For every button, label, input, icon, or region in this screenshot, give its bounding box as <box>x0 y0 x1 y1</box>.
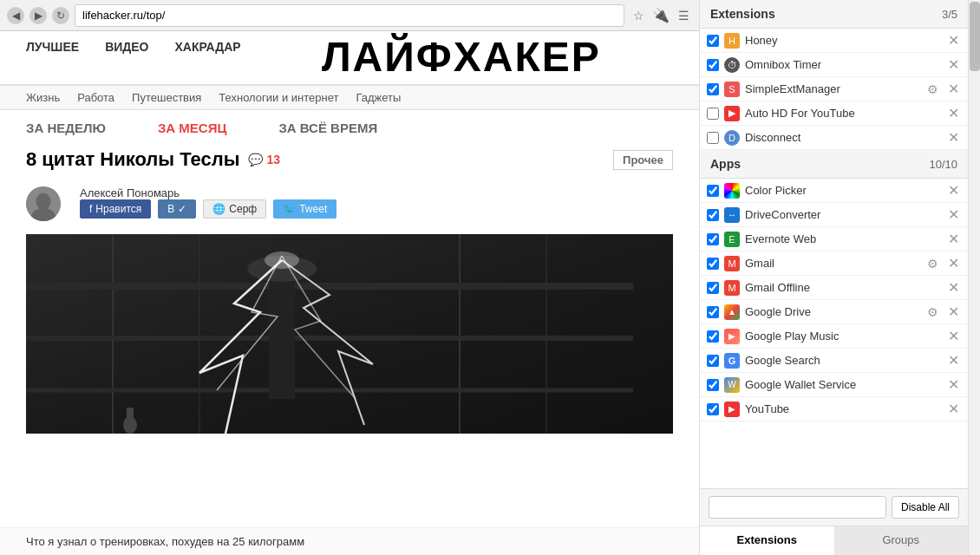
ext-checkbox-honey[interactable] <box>707 35 719 47</box>
ext-remove-evernote[interactable]: ✕ <box>945 231 961 247</box>
ext-checkbox-disconnect[interactable] <box>707 132 719 144</box>
nav-video[interactable]: ВИДЕО <box>105 40 148 54</box>
ext-item-googleplay: ▶ Google Play Music ✕ <box>700 324 968 349</box>
ext-remove-colorpicker[interactable]: ✕ <box>945 182 961 199</box>
svg-rect-12 <box>269 269 295 399</box>
address-bar[interactable] <box>75 4 624 27</box>
article-title: 8 цитат Николы Теслы 💬 13 Прочее <box>26 148 673 171</box>
ext-checkbox-googleplay[interactable] <box>707 330 719 343</box>
ext-item-colorpicker: Color Picker ✕ <box>700 179 968 203</box>
ext-icon-googledrive: ▲ <box>724 304 740 320</box>
back-button[interactable]: ◀ <box>7 7 24 24</box>
ext-icon-honey: H <box>724 33 740 49</box>
ext-checkbox-omnibox[interactable] <box>707 59 719 71</box>
vk-button[interactable]: В ✓ <box>158 199 196 219</box>
serf-button[interactable]: 🌐Серф <box>203 199 266 219</box>
ext-checkbox-googlewallet[interactable] <box>707 379 719 391</box>
extension-icon[interactable]: 🔌 <box>652 7 670 24</box>
subnav-tech[interactable]: Технологии и интернет <box>219 91 338 104</box>
nav-luchshee[interactable]: ЛУЧШЕЕ <box>26 40 79 54</box>
ext-item-gmailoffline: M Gmail Offline ✕ <box>700 276 968 300</box>
forward-button[interactable]: ▶ <box>29 7 47 24</box>
period-alltime[interactable]: ЗА ВСЁ ВРЕМЯ <box>278 121 377 135</box>
svg-point-14 <box>265 251 299 269</box>
ext-checkbox-colorpicker[interactable] <box>707 185 719 197</box>
refresh-button[interactable]: ↻ <box>52 7 69 24</box>
ext-icon-youtube: ▶ <box>724 402 740 417</box>
ext-gear-simple[interactable]: ⚙ <box>924 82 940 96</box>
comment-icon: 💬 <box>248 153 263 166</box>
extensions-section-header: Extensions 3/5 <box>700 0 968 29</box>
period-week[interactable]: ЗА НЕДЕЛЮ <box>26 121 106 135</box>
ext-name-evernote: Evernote Web <box>745 232 940 245</box>
extensions-list: H Honey ✕ ⏱ Omnibox Timer ✕ S SimpleExtM… <box>700 29 968 488</box>
scrollbar-thumb[interactable] <box>970 2 980 71</box>
ext-gear-gmail[interactable]: ⚙ <box>924 257 940 271</box>
svg-point-1 <box>36 193 50 210</box>
disable-all-button[interactable]: Disable All <box>892 496 959 519</box>
ext-icon-gmail: M <box>724 256 740 271</box>
comment-number: 13 <box>266 153 280 166</box>
subnav-life[interactable]: Жизнь <box>26 91 60 104</box>
tweet-button[interactable]: 🐦Tweet <box>273 199 336 219</box>
ext-remove-youtube[interactable]: ✕ <box>945 401 961 417</box>
ext-remove-googledrive[interactable]: ✕ <box>945 304 961 320</box>
period-nav: ЗА НЕДЕЛЮ ЗА МЕСЯЦ ЗА ВСЁ ВРЕМЯ <box>26 121 673 135</box>
star-icon[interactable]: ☆ <box>630 7 647 24</box>
extensions-count: 3/5 <box>942 8 957 21</box>
ext-checkbox-driveconverter[interactable] <box>707 209 719 221</box>
ext-name-driveconverter: DriveConverter <box>745 208 940 221</box>
ext-item-driveconverter: ↔ DriveConverter ✕ <box>700 203 968 227</box>
ext-remove-gmail[interactable]: ✕ <box>945 255 961 271</box>
tab-extensions[interactable]: Extensions <box>700 526 834 555</box>
bottom-teaser[interactable]: Что я узнал о тренировках, похудев на 25… <box>0 527 699 555</box>
subnav-gadgets[interactable]: Гаджеты <box>356 91 401 104</box>
ext-icon-autohd: ▶ <box>724 106 740 121</box>
ext-remove-googlewallet[interactable]: ✕ <box>945 376 961 393</box>
tab-groups[interactable]: Groups <box>834 526 969 555</box>
ext-remove-omnibox[interactable]: ✕ <box>945 56 961 73</box>
social-row: fНравится В ✓ 🌐Серф 🐦Tweet <box>80 199 336 219</box>
ext-checkbox-gmailoffline[interactable] <box>707 282 719 294</box>
subnav-work[interactable]: Работа <box>77 91 114 104</box>
fb-button[interactable]: fНравится <box>80 199 151 219</box>
scrollbar[interactable] <box>968 0 980 555</box>
ext-remove-simple[interactable]: ✕ <box>945 81 961 97</box>
ext-checkbox-youtube[interactable] <box>707 403 719 415</box>
svg-rect-4 <box>26 234 673 434</box>
tesla-coil-image <box>26 234 673 434</box>
search-input[interactable] <box>709 496 886 519</box>
ext-name-youtube: YouTube <box>745 402 940 415</box>
ext-remove-honey[interactable]: ✕ <box>945 32 961 49</box>
apps-section-header: Apps 10/10 <box>700 150 968 179</box>
ext-checkbox-googledrive[interactable] <box>707 306 719 318</box>
comment-count: 💬 13 <box>248 153 280 166</box>
ext-remove-disconnect[interactable]: ✕ <box>945 129 961 146</box>
ext-gear-googledrive[interactable]: ⚙ <box>924 305 940 319</box>
nav-xakradar[interactable]: ХАКРАДАР <box>175 40 241 54</box>
top-nav: ЛУЧШЕЕ ВИДЕО ХАКРАДАР <box>26 40 241 54</box>
ext-checkbox-autohd[interactable] <box>707 108 719 120</box>
period-month[interactable]: ЗА МЕСЯЦ <box>158 121 226 135</box>
ext-remove-driveconverter[interactable]: ✕ <box>945 206 961 223</box>
ext-checkbox-simple[interactable] <box>707 83 719 95</box>
ext-name-googleplay: Google Play Music <box>745 330 940 343</box>
subnav-travel[interactable]: Путешествия <box>132 91 201 104</box>
category-badge[interactable]: Прочее <box>613 150 673 170</box>
ext-remove-gmailoffline[interactable]: ✕ <box>945 279 961 296</box>
ext-checkbox-googlesearch[interactable] <box>707 355 719 367</box>
ext-item-evernote: E Evernote Web ✕ <box>700 227 968 251</box>
ext-name-gmailoffline: Gmail Offline <box>745 281 940 294</box>
ext-item-disconnect: D Disconnect ✕ <box>700 126 968 150</box>
extensions-panel: Extensions 3/5 H Honey ✕ ⏱ Omnibox Timer… <box>699 0 968 555</box>
ext-name-colorpicker: Color Picker <box>745 184 940 197</box>
ext-remove-autohd[interactable]: ✕ <box>945 105 961 121</box>
ext-name-googlewallet: Google Wallet Service <box>745 378 940 391</box>
ext-name-googledrive: Google Drive <box>745 305 919 318</box>
ext-checkbox-gmail[interactable] <box>707 258 719 270</box>
ext-remove-googleplay[interactable]: ✕ <box>945 328 961 344</box>
ext-checkbox-evernote[interactable] <box>707 233 719 245</box>
menu-icon[interactable]: ☰ <box>675 7 692 24</box>
ext-remove-googlesearch[interactable]: ✕ <box>945 352 961 369</box>
ext-icon-evernote: E <box>724 232 740 247</box>
